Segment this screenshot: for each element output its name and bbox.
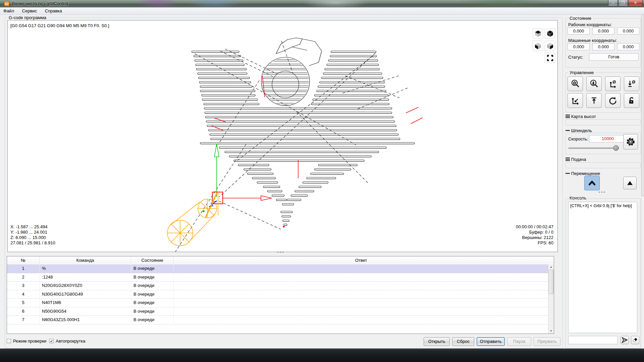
heightmap-section-header[interactable]: Карта высот [566, 114, 596, 119]
feed-section-header[interactable]: Подача [566, 157, 586, 162]
table-row[interactable]: 7N60G43Z15.000H1В очереди [7, 316, 548, 324]
spindle-speed-field[interactable]: 10000 [589, 135, 627, 142]
home-button[interactable] [568, 76, 583, 91]
col-header-command[interactable]: Команда [40, 256, 131, 264]
zero-xy-button[interactable]: Ø [605, 76, 621, 91]
table-scrollbar[interactable]: ▲ ▼ [548, 264, 554, 334]
cell-state: В очереди [131, 307, 174, 316]
title-bar[interactable]: Gc Велес чисто.nc - grblControl — ❐ ✕ [0, 0, 644, 8]
zero-z-icon: Ø [627, 79, 636, 88]
spindle-slider-track[interactable] [568, 147, 619, 149]
stat-buffer: Буфер: 0 / 0 [516, 230, 553, 235]
menu-service[interactable]: Сервис [19, 7, 41, 14]
zero-z-button[interactable]: Ø [624, 76, 639, 91]
machine-y-field: 0.000 [592, 43, 614, 50]
autoscroll-checkbox[interactable]: ✔ [49, 339, 54, 343]
cell-resp [174, 273, 548, 282]
restore-button[interactable]: ❐ [618, 0, 628, 6]
send-button[interactable]: Отправить [477, 337, 505, 346]
spindle-speed-label: Скорость: [568, 136, 588, 141]
table-row[interactable]: 1%В очереди [7, 264, 548, 273]
menu-help[interactable]: Справка [42, 7, 65, 14]
cell-num: 3 [7, 282, 40, 290]
cell-resp [174, 299, 548, 307]
spindle-title: Шпиндель [571, 128, 592, 133]
cube-iso-icon [546, 29, 554, 38]
close-button[interactable]: ✕ [628, 0, 643, 6]
stats-overlay: 00:00:00 / 00:02:47 Буфер: 0 / 0 Вершины… [516, 224, 553, 246]
view-isometric-button[interactable] [545, 28, 555, 39]
cell-num: 6 [7, 307, 40, 316]
cell-cmd: N20G91G28X0Y0Z0 [40, 282, 131, 290]
z-probe-button[interactable] [586, 76, 602, 91]
console-clear-button[interactable] [631, 336, 639, 344]
cell-cmd: N30G40G17G80G49 [40, 290, 131, 299]
minimize-button[interactable]: — [608, 0, 618, 6]
hamburger-icon [566, 158, 570, 161]
work-y-field: 0.000 [592, 27, 614, 35]
table-row[interactable]: 4N30G40G17G80G49В очереди [7, 290, 548, 299]
table-row[interactable]: 3N20G91G28X0Y0Z0В очереди [7, 282, 548, 290]
menu-file[interactable]: Файл [0, 7, 17, 14]
check-mode-label: Режим проверки [13, 339, 46, 344]
expand-arrows-icon [546, 54, 554, 62]
table-scroll-thumb[interactable] [549, 270, 554, 294]
cell-state: В очереди [131, 299, 174, 307]
col-header-state[interactable]: Состояние [131, 256, 174, 264]
cell-num: 7 [7, 316, 40, 324]
cell-resp [174, 282, 548, 290]
table-header-row: № Команда Состояние Ответ [7, 256, 554, 265]
table-row[interactable]: 6N50G90G54В очереди [7, 307, 548, 316]
splitter-handle[interactable]: ●●● [277, 250, 284, 254]
safe-position-button[interactable] [586, 93, 602, 108]
scroll-down-icon[interactable]: ▼ [548, 328, 554, 334]
cell-num: 4 [7, 290, 40, 299]
cell-cmd: N40T1M6 [40, 299, 131, 307]
spindle-section-header[interactable]: Шпиндель [566, 128, 592, 133]
gear-icon [626, 137, 636, 147]
machine-x-field: 0.000 [568, 43, 590, 50]
open-button[interactable]: Открыть [424, 337, 450, 346]
gcode-table[interactable]: № Команда Состояние Ответ 1%В очереди2:1… [7, 256, 554, 334]
cell-state: В очереди [131, 264, 174, 273]
spindle-slider-thumb[interactable] [613, 145, 619, 151]
col-header-num[interactable]: № [7, 256, 40, 264]
check-mode-checkbox[interactable] [7, 339, 11, 343]
view-front-button[interactable] [533, 41, 543, 51]
view-top-button[interactable] [533, 28, 543, 39]
jog-up-button[interactable] [584, 176, 600, 190]
toolpath-viewport[interactable]: [G0 G54 G17 G21 G90 G94 M0 M5 M9 T0 F0. … [7, 20, 558, 252]
restore-origin-button[interactable] [568, 93, 583, 108]
console-input[interactable] [568, 336, 618, 344]
jog-page-dots[interactable]: ●●● [598, 190, 606, 194]
cell-cmd: % [40, 264, 131, 273]
console-send-button[interactable] [621, 336, 629, 344]
jog-section-header[interactable]: Перемещение [566, 171, 600, 176]
jog-step-up-button[interactable] [623, 177, 637, 189]
safe-z-icon [589, 96, 599, 105]
reset-grbl-button[interactable] [605, 93, 621, 108]
pause-button[interactable]: Пауза [507, 337, 531, 346]
abort-button[interactable]: Прервать [534, 337, 560, 346]
status-label: Статус: [568, 55, 583, 60]
cell-state: В очереди [131, 282, 174, 290]
unlock-padlock-icon [627, 96, 636, 105]
table-row[interactable]: 5N40T1M6В очереди [7, 299, 548, 307]
fit-view-button[interactable] [545, 53, 555, 63]
sidebar-scroll-thumb[interactable] [642, 14, 644, 196]
view-side-button[interactable] [545, 41, 555, 51]
table-row[interactable]: 2:1248В очереди [7, 273, 548, 282]
menu-bar: Файл Сервис Справка [0, 7, 644, 15]
console-log[interactable]: [CTRL+X] < Grbl 0.9j ['$' for help] [568, 202, 637, 333]
sidebar-scrollbar[interactable] [641, 14, 644, 348]
spindle-toggle-button[interactable] [623, 134, 638, 149]
range-y: Y: -1.980 ... 24.001 [10, 230, 55, 235]
unlock-button[interactable] [624, 93, 639, 108]
cell-resp [174, 290, 548, 299]
cell-cmd: N60G43Z15.000H1 [40, 316, 131, 324]
reset-button[interactable]: Сброс [452, 337, 474, 346]
scroll-up-icon[interactable]: ▲ [548, 264, 554, 269]
col-header-response[interactable]: Ответ [174, 256, 548, 264]
toolpath-canvas [8, 20, 557, 252]
taskbar: e Gc EN ▲ 9:17 14.03.2017 [0, 349, 644, 362]
